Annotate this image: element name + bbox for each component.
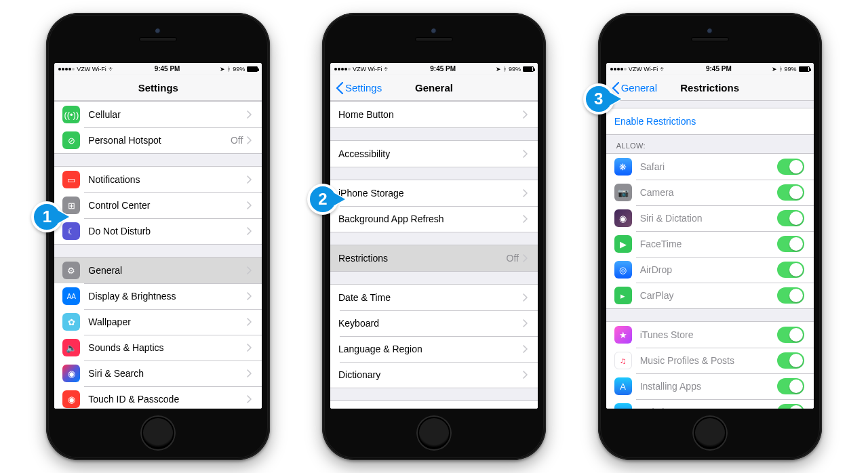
chevron-left-icon (336, 82, 344, 94)
toggle-switch[interactable] (777, 404, 804, 409)
phone-frame-3: VZW Wi-Fi ᯤ 9:45 PM ➤ ᚼ 99% General (598, 13, 822, 460)
row-iphone-storage[interactable]: iPhone Storage (330, 180, 538, 206)
toggle-switch[interactable] (777, 184, 804, 201)
row-allow-carplay[interactable]: ▸ CarPlay (606, 283, 814, 308)
row-touchid[interactable]: ◉ Touch ID & Passcode (54, 386, 262, 409)
chevron-right-icon (523, 319, 528, 327)
row-keyboard[interactable]: Keyboard (330, 310, 538, 336)
row-allow-facetime[interactable]: ▶ FaceTime (606, 231, 814, 257)
screen-restrictions: VZW Wi-Fi ᯤ 9:45 PM ➤ ᚼ 99% General (606, 63, 814, 409)
toggle-switch[interactable] (777, 262, 804, 278)
row-label: CarPlay (640, 290, 777, 301)
back-button[interactable]: Settings (336, 82, 382, 94)
facetime-icon: ▶ (614, 235, 632, 253)
status-battery: 99% (233, 66, 245, 73)
row-label: Installing Apps (640, 381, 777, 392)
row-label: Touch ID & Passcode (88, 394, 247, 405)
camera-icon: 📷 (614, 184, 632, 201)
row-cellular[interactable]: ((•)) Cellular (54, 102, 262, 127)
chevron-right-icon (247, 344, 252, 352)
chevron-right-icon (247, 227, 252, 235)
row-allow-airdrop[interactable]: ◎ AirDrop (606, 257, 814, 283)
row-wallpaper[interactable]: ✿ Wallpaper (54, 309, 262, 335)
row-dnd[interactable]: ☾ Do Not Disturb (54, 218, 262, 244)
row-allow-delete[interactable]: A Deleting Apps (606, 399, 814, 409)
home-button[interactable] (140, 415, 176, 451)
row-label: Sounds & Haptics (88, 342, 247, 353)
toggle-switch[interactable] (777, 378, 804, 394)
row-allow-itunes[interactable]: ★ iTunes Store (606, 322, 814, 348)
status-time: 9:45 PM (706, 65, 732, 73)
row-value: Off (507, 253, 519, 264)
screen-settings: VZW Wi-Fi ᯤ 9:45 PM ➤ ᚼ 99% Settings (54, 63, 262, 409)
row-itunes-sync[interactable]: iTunes Wi-Fi Sync (330, 401, 538, 409)
row-allow-install[interactable]: A Installing Apps (606, 373, 814, 399)
row-allow-safari[interactable]: ❋ Safari (606, 154, 814, 180)
battery-icon (799, 66, 810, 72)
chevron-right-icon (247, 136, 252, 144)
row-allow-music[interactable]: ♫ Music Profiles & Posts (606, 348, 814, 373)
chevron-right-icon (523, 215, 528, 223)
status-time: 9:45 PM (155, 65, 180, 73)
row-label: Dictionary (338, 369, 523, 380)
row-siri[interactable]: ◉ Siri & Search (54, 361, 262, 386)
row-personal-hotspot[interactable]: ⊘ Personal Hotspot Off (54, 127, 262, 153)
row-sounds[interactable]: 🔈 Sounds & Haptics (54, 335, 262, 361)
row-label: Do Not Disturb (88, 226, 247, 236)
row-dictionary[interactable]: Dictionary (330, 362, 538, 388)
toggle-switch[interactable] (777, 236, 804, 252)
nav-bar: Settings General (330, 75, 538, 101)
back-label: Settings (345, 82, 382, 94)
row-accessibility[interactable]: Accessibility (330, 141, 538, 167)
home-button[interactable] (416, 415, 452, 451)
row-enable-restrictions[interactable]: Enable Restrictions (606, 108, 814, 134)
toggle-switch[interactable] (777, 210, 804, 226)
row-home-button[interactable]: Home Button (330, 102, 538, 127)
row-label: Date & Time (338, 292, 523, 303)
row-allow-siri[interactable]: ◉ Siri & Dictation (606, 205, 814, 231)
row-allow-camera[interactable]: 📷 Camera (606, 180, 814, 205)
nav-title: Settings (54, 82, 262, 94)
row-control-center[interactable]: ⊞ Control Center (54, 192, 262, 218)
status-bar: VZW Wi-Fi ᯤ 9:45 PM ➤ ᚼ 99% (330, 63, 538, 75)
wifi-icon: ᯤ (384, 66, 390, 73)
location-icon: ➤ (772, 66, 777, 73)
music-icon: ♫ (614, 352, 632, 369)
row-label: AirDrop (640, 264, 777, 275)
location-icon: ➤ (220, 66, 225, 73)
row-date-time[interactable]: Date & Time (330, 285, 538, 310)
battery-icon (523, 66, 534, 72)
toggle-switch[interactable] (777, 327, 804, 343)
row-label: Home Button (338, 109, 523, 120)
row-display[interactable]: AA Display & Brightness (54, 283, 262, 309)
camera-dot (431, 28, 437, 34)
row-label: Control Center (88, 200, 247, 211)
row-label: Deleting Apps (640, 407, 777, 409)
chevron-right-icon (247, 266, 252, 274)
row-label: Display & Brightness (88, 291, 247, 302)
home-button[interactable] (692, 415, 728, 451)
row-notifications[interactable]: ▭ Notifications (54, 167, 262, 192)
row-bg-refresh[interactable]: Background App Refresh (330, 206, 538, 232)
row-language[interactable]: Language & Region (330, 336, 538, 362)
step-callout-2: 2 (307, 184, 344, 220)
row-restrictions[interactable]: Restrictions Off (330, 245, 538, 271)
phone-frame-2: VZW Wi-Fi ᯤ 9:45 PM ➤ ᚼ 99% Settings (322, 13, 546, 460)
row-label: iPhone Storage (338, 188, 523, 199)
row-label: Wallpaper (88, 316, 247, 327)
toggle-switch[interactable] (777, 287, 804, 304)
row-label: FaceTime (640, 239, 777, 249)
row-label: Music Profiles & Posts (640, 355, 777, 366)
touchid-icon: ◉ (62, 390, 80, 408)
toggle-switch[interactable] (777, 352, 804, 369)
row-label: Cellular (88, 109, 247, 120)
earpiece (415, 37, 453, 41)
status-carrier: VZW Wi-Fi (629, 66, 658, 73)
bluetooth-icon: ᚼ (503, 66, 507, 73)
sounds-icon: 🔈 (62, 339, 80, 356)
row-general[interactable]: ⚙ General (54, 258, 262, 283)
row-label: Safari (640, 161, 777, 172)
display-icon: AA (62, 287, 80, 305)
toggle-switch[interactable] (777, 159, 804, 175)
gear-icon: ⚙ (62, 262, 80, 279)
